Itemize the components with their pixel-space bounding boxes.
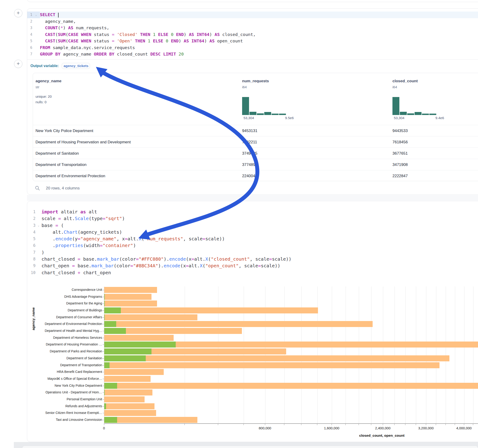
table-row[interactable]: Department of Environmental Protection22… [33,170,478,181]
line-number: 2 [27,215,36,222]
column-header-closed_count[interactable]: closed_counti6453,3049.4e6 [392,73,462,125]
y-tick [103,290,104,290]
y-axis-label: Department for the Aging [26,301,102,305]
y-tick [103,317,104,317]
x-tick [184,424,185,425]
previous-cell-bottom-edge [27,0,478,2]
y-axis-label: Department of Homeless Services [26,336,102,339]
python-code-editor[interactable]: 1import altair as alt2scale = alt.Scale(… [27,209,478,276]
code-line[interactable]: 5 CAST(SUM(CASE WHEN status = 'Open' THE… [27,38,478,44]
table-row[interactable]: Department of Housing Preservation and D… [33,136,478,148]
fold-chevron-icon[interactable]: ⌄ [36,222,42,229]
histogram-bar [429,114,436,115]
code-text: alt.Chart(agency_tickets) [42,229,478,236]
code-line[interactable]: 6 .properties(width="container") [27,242,478,249]
fold-chevron-icon[interactable]: ⌄ [32,12,40,18]
line-number: 8 [27,256,36,262]
x-axis-tick-label: 2,400,000 [369,426,396,430]
histogram-bar [272,114,278,115]
x-tick [244,424,244,425]
y-tick [103,324,104,324]
code-line[interactable]: 10chart_closed + chart_open [27,269,478,276]
y-axis-label: Department of Environmental Protection [26,322,102,326]
code-line[interactable]: 1⌄SELECT [27,12,478,18]
y-axis-label: Department of Transportation [26,363,102,367]
code-line[interactable]: 7GROUP BY agency_name ORDER BY closed_co… [27,51,478,58]
add-cell-button-output[interactable]: + [14,60,22,68]
line-number: 6 [27,44,32,51]
code-line[interactable]: 2scale = alt.Scale(type="sqrt") [27,215,478,222]
x-tick [416,424,416,425]
code-text: CAST(SUM(CASE WHEN status = 'Closed' THE… [40,31,478,38]
table-cell: 3471908 [392,159,408,170]
y-axis-label: Department of Health and Mental Hyg… [26,329,102,333]
y-tick [103,331,104,331]
code-line[interactable]: 9chart_open = base.mark_bar(color="#8BC3… [27,262,478,269]
column-header-agency_name[interactable]: agency_namestrunique: 20nulls: 0 [36,73,105,125]
line-number: 3 [27,25,32,31]
column-histogram [242,97,286,115]
code-text: agency_name, [40,18,478,25]
code-line[interactable]: 4 alt.Chart(agency_tickets) [27,229,478,236]
code-text: base = ( [42,222,478,229]
y-tick [103,420,104,420]
x-tick [383,424,383,425]
table-cell: 9453131 [242,125,257,137]
code-line[interactable]: 8chart_closed = base.mark_bar(color="#FF… [27,256,478,262]
line-number: 10 [27,269,36,276]
y-axis-label: Senior Citizen Rent Increase Exempti… [26,411,102,415]
code-line[interactable]: 2 agency_name, [27,18,478,25]
code-text: GROUP BY agency_name ORDER BY closed_cou… [40,51,478,58]
x-axis-tick-label: 0 [90,426,118,430]
table-body: New York City Police Department945313194… [33,125,478,181]
x-tick [405,424,405,425]
histogram-bar [250,112,256,115]
y-axis-label: Operations Unit - Department of Hom… [26,390,102,394]
table-row[interactable]: New York City Police Department945313194… [33,125,478,136]
x-tick [265,424,265,425]
x-tick [317,424,317,425]
output-variable-row: Output variable: agency_tickets [31,61,90,71]
x-tick [426,424,426,425]
code-line[interactable]: 5 .encode(y="agency_name", x=alt.X("num_… [27,236,478,242]
table-row[interactable]: Department of Transportation377489234719… [33,159,478,170]
line-number: 5 [27,38,32,44]
table-header: agency_namestrunique: 20nulls: 0num_requ… [33,73,478,125]
code-text: chart_open = base.mark_bar(color="#8BC34… [42,262,478,269]
y-tick [103,406,104,406]
y-axis-label: Department of Sanitation [26,356,102,360]
code-line[interactable]: 3 COUNT(*) AS num_requests, [27,25,478,31]
y-axis-label: Department of Buildings [26,308,102,312]
output-variable-label: Output variable: [31,64,59,68]
code-text: COUNT(*) AS num_requests, [40,25,478,31]
x-tick [301,424,301,425]
table-cell: 3774892 [242,159,257,170]
search-icon[interactable] [35,186,40,191]
code-text: .encode(y="agency_name", x=alt.X("num_re… [42,236,478,242]
y-tick [103,379,104,379]
code-line[interactable]: 7) [27,249,478,256]
code-line[interactable]: 6FROM sample_data.nyc.service_requests [27,44,478,51]
code-line[interactable]: 3⌄base = ( [27,222,478,229]
y-tick [103,351,104,352]
line-number: 7 [27,249,36,256]
code-line[interactable]: 1import altair as alt [27,209,478,215]
add-cell-button-top[interactable]: + [14,9,22,17]
code-text: chart_closed = base.mark_bar(color="#FFC… [42,256,478,262]
output-variable-pill[interactable]: agency_tickets [62,63,90,69]
column-stat: nulls: 0 [36,100,47,104]
line-number: 1 [27,209,36,215]
table-cell: New York City Police Department [36,125,93,137]
histogram-bar [422,114,429,115]
sql-code-editor[interactable]: 1⌄SELECT 2 agency_name,3 COUNT(*) AS num… [27,12,478,58]
line-number: 4 [27,31,32,38]
y-axis-label: Refunds and Adjustments [26,404,102,408]
table-cell: 7782211 [242,137,257,148]
table-row[interactable]: Department of Sanitation37494853677651 [33,148,478,159]
x-tick [455,424,455,425]
code-line[interactable]: 4 CAST(SUM(CASE WHEN status = 'Closed' T… [27,31,478,38]
histogram-bar [264,112,271,115]
line-number: 4 [27,229,36,236]
table-cell: 7618456 [392,137,408,148]
column-header-num_requests[interactable]: num_requestsi6453,3049.5e6 [242,73,311,125]
